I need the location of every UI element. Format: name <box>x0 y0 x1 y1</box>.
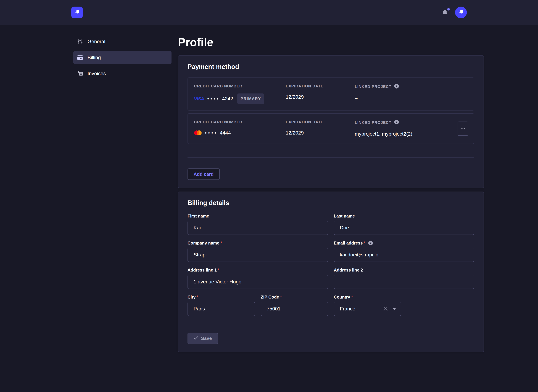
address-line-1-label: Address line 1 <box>187 268 217 273</box>
settings-sidebar: General Billing <box>73 25 171 83</box>
zip-code-input[interactable] <box>261 302 328 316</box>
save-button-label: Save <box>201 336 212 341</box>
app-root: General Billing <box>0 0 538 392</box>
email-address-input[interactable] <box>334 248 474 262</box>
sidebar-item-label: Billing <box>88 55 101 61</box>
sidebar-item-general[interactable]: General <box>73 35 171 48</box>
address-line-2-field: Address line 2 <box>334 268 474 289</box>
topbar-actions <box>441 7 467 18</box>
sidebar-item-billing[interactable]: Billing <box>73 51 171 64</box>
masked-digits: •••• <box>205 129 218 136</box>
expiration-date-header: EXPIRATION DATE <box>286 84 355 89</box>
last-name-label: Last name <box>334 214 355 219</box>
sidebar-item-invoices[interactable]: Invoices <box>73 67 171 80</box>
credit-card-number-header: CREDIT CARD NUMBER <box>194 120 286 124</box>
first-name-field: First name <box>187 214 328 235</box>
linked-project-header: LINKED PROJECT <box>355 84 391 89</box>
first-name-input[interactable] <box>187 221 328 235</box>
clear-selection-icon[interactable] <box>383 307 388 311</box>
sidebar-item-label: Invoices <box>88 71 106 76</box>
info-icon[interactable] <box>394 84 399 89</box>
credit-card-number-header: CREDIT CARD NUMBER <box>194 84 286 89</box>
country-select[interactable]: France <box>334 302 401 316</box>
add-card-button[interactable]: Add card <box>187 168 220 180</box>
page-title: Profile <box>178 36 484 49</box>
company-name-label: Company name <box>187 241 219 246</box>
zip-code-field: ZIP Code * <box>261 295 328 316</box>
check-icon <box>194 336 198 341</box>
zip-code-label: ZIP Code <box>261 295 279 300</box>
chevron-down-icon[interactable] <box>393 308 396 310</box>
info-icon[interactable] <box>394 120 399 126</box>
country-selected-value: France <box>340 306 378 312</box>
credit-card-row-mastercard: CREDIT CARD NUMBER •••• 4444 <box>187 113 474 144</box>
address-line-2-label: Address line 2 <box>334 268 363 273</box>
last-name-field: Last name <box>334 214 474 235</box>
more-options-icon <box>460 128 465 130</box>
visa-logo: VISA <box>194 95 204 102</box>
email-address-field: Email address * <box>334 241 474 262</box>
invoice-icon <box>77 71 83 76</box>
notification-dot <box>447 8 450 10</box>
card-last4: 4444 <box>220 129 231 136</box>
save-button[interactable]: Save <box>187 333 218 344</box>
payment-divider <box>187 157 474 158</box>
billing-details-card: Billing details First name Last name <box>178 191 484 352</box>
strapi-logo-icon <box>74 9 81 17</box>
info-icon[interactable] <box>368 241 373 245</box>
card-last4: 4242 <box>222 95 233 102</box>
expiration-date-header: EXPIRATION DATE <box>286 120 355 124</box>
city-input[interactable] <box>187 302 255 316</box>
credit-card-number-value: •••• 4444 <box>194 129 286 136</box>
city-label: City <box>187 295 195 300</box>
country-field: Country * France <box>334 295 401 316</box>
city-field: City * <box>187 295 255 316</box>
billing-details-title: Billing details <box>187 199 474 207</box>
address-line-1-field: Address line 1 * <box>187 268 328 289</box>
address-line-1-input[interactable] <box>187 275 328 289</box>
mastercard-logo <box>194 130 202 136</box>
card-options-button[interactable] <box>457 121 468 136</box>
notifications-button[interactable] <box>441 9 449 16</box>
avatar-strapi-icon <box>457 9 464 17</box>
email-address-label: Email address <box>334 241 363 246</box>
company-name-input[interactable] <box>187 248 328 262</box>
user-menu-avatar[interactable] <box>455 7 467 18</box>
address-line-2-input[interactable] <box>334 275 474 289</box>
masked-digits: •••• <box>207 95 220 102</box>
linked-project-header: LINKED PROJECT <box>355 120 391 125</box>
payment-method-card: Payment method CREDIT CARD NUMBER VISA •… <box>178 56 484 188</box>
credit-card-row-visa: CREDIT CARD NUMBER VISA •••• 4242 PRIMAR… <box>187 78 474 111</box>
sliders-icon <box>77 39 83 44</box>
expiration-date-value: 12/2029 <box>286 129 355 136</box>
billing-form: First name Last name <box>187 214 474 316</box>
profile-main: Profile Payment method CREDIT CARD NUMBE… <box>178 25 484 352</box>
sidebar-item-label: General <box>88 39 105 44</box>
country-label: Country <box>334 295 350 300</box>
credit-card-number-value: VISA •••• 4242 PRIMARY <box>194 93 286 104</box>
billing-divider <box>187 324 474 324</box>
first-name-label: First name <box>187 214 209 219</box>
bell-icon <box>442 11 448 17</box>
strapi-logo[interactable] <box>71 7 83 18</box>
company-name-field: Company name * <box>187 241 328 262</box>
linked-project-value: – <box>355 94 468 102</box>
linked-project-value: myproject1, myproject2(2) <box>355 131 468 138</box>
primary-badge: PRIMARY <box>237 93 264 104</box>
payment-method-title: Payment method <box>187 63 474 71</box>
last-name-input[interactable] <box>334 221 474 235</box>
credit-card-icon <box>77 55 83 60</box>
topbar <box>0 0 538 25</box>
expiration-date-value: 12/2029 <box>286 93 355 101</box>
